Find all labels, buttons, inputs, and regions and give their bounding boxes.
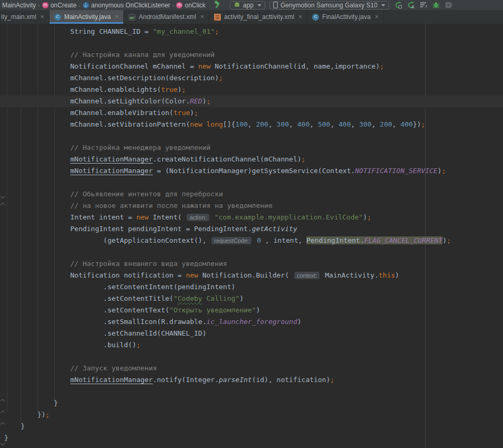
method-icon: m xyxy=(42,2,49,8)
close-icon[interactable]: × xyxy=(200,13,204,21)
tab-activity-main-xml[interactable]: ity_main.xml × xyxy=(0,10,50,24)
tab-label: FinalActtivity.java xyxy=(322,13,371,21)
code-line: }); xyxy=(0,409,503,421)
code-line: .setContentTitle("Codeby Calling") xyxy=(0,293,503,304)
code-token: } xyxy=(21,422,25,430)
code-token: ) xyxy=(178,85,182,93)
phone-icon xyxy=(273,2,278,8)
code-line: } xyxy=(0,432,503,444)
code-token: new xyxy=(136,213,148,221)
code-line: // Настройка внешнего вида уведомления xyxy=(0,258,503,270)
code-token: ) xyxy=(202,97,207,105)
close-icon[interactable]: × xyxy=(115,13,119,21)
code-token: NotificationChannel mChannel = xyxy=(70,62,198,70)
code-token: ) xyxy=(256,306,260,314)
breadcrumb-class[interactable]: MainActivity xyxy=(2,2,36,9)
code-token: ic_launcher_foreground xyxy=(207,318,297,326)
code-token: true xyxy=(173,109,190,117)
code-token: .build() xyxy=(103,341,137,349)
code-token: (id), notification) xyxy=(252,376,331,384)
apply-code-changes-icon[interactable]: A xyxy=(407,1,415,9)
breadcrumb-anonymous-class[interactable]: ⚓ anonymous OnClickListener xyxy=(83,2,170,9)
build-hammer-icon[interactable] xyxy=(213,1,221,10)
code-token: ) xyxy=(438,167,442,175)
indent xyxy=(4,283,103,291)
code-token: Intent( xyxy=(149,213,186,221)
parameter-hint: action: xyxy=(187,214,209,221)
close-icon[interactable]: × xyxy=(298,13,302,21)
code-token: }) xyxy=(413,120,421,128)
code-token: .notify(Integer. xyxy=(153,376,219,384)
code-token: // Обьявление интентов для переброски xyxy=(70,190,223,198)
code-token: ; xyxy=(421,120,425,128)
code-line: .setChannelId(CHANNEL_ID) xyxy=(0,328,503,339)
toolbar-actions: A xyxy=(394,1,452,9)
code-token: , xyxy=(392,120,401,128)
code-token: mNotificationManager xyxy=(70,376,153,384)
code-token: MainActivity. xyxy=(321,271,379,279)
code-line: Intent intent = new Intent( action: "com… xyxy=(0,212,503,223)
code-line: (getApplicationContext(), requestCode: 0… xyxy=(0,235,503,246)
code-token: // на новое активити после нажатия на ув… xyxy=(70,202,273,209)
code-token: []{ xyxy=(223,120,235,128)
indent xyxy=(4,329,103,337)
code-line: .setContentText("Открыть уведомление") xyxy=(0,304,503,316)
code-line: String CHANNEL_ID = "my_channel_01"; xyxy=(0,26,503,37)
tab-androidmanifest-xml[interactable]: MF AndroidManifest.xml × xyxy=(124,10,209,24)
tab-finalacttivity-java[interactable]: C FinalActtivity.java × xyxy=(307,10,384,24)
code-token: " xyxy=(173,294,178,302)
code-line: mChannel.setDescription(description); xyxy=(0,72,503,84)
editor-tabbar: ity_main.xml × C MainActivity.java × MF … xyxy=(0,10,503,24)
code-token: .setContentText( xyxy=(103,306,169,314)
indent xyxy=(4,97,70,105)
code-token: ) xyxy=(395,271,399,279)
close-icon[interactable]: × xyxy=(41,13,44,21)
breadcrumb-oncreate[interactable]: m onCreate xyxy=(42,2,76,9)
code-token: 400 xyxy=(400,120,412,128)
profiler-icon[interactable] xyxy=(444,1,452,9)
indent xyxy=(4,341,103,349)
code-token: Notification notification = xyxy=(70,271,186,279)
code-line: mNotificationManager.notify(Integer.pars… xyxy=(0,374,503,386)
code-token: ) xyxy=(297,318,302,326)
code-token: ; xyxy=(442,167,446,175)
indent xyxy=(4,399,54,407)
code-token: .setChannelId(CHANNEL_ID) xyxy=(103,329,207,337)
tab-activity-final-acttivity-xml[interactable]: activity_final_acttivity.xml × xyxy=(209,10,307,24)
code-token: mChannel.setVibrationPattern( xyxy=(70,120,190,128)
code-token: ; xyxy=(182,85,186,93)
code-token: ; xyxy=(207,97,211,105)
code-editor[interactable]: String CHANNEL_ID = "my_channel_01"; // … xyxy=(0,24,503,448)
rerun-activity-icon[interactable] xyxy=(394,1,402,9)
code-line: Notification notification = new Notifica… xyxy=(0,270,503,281)
tab-mainactivity-java[interactable]: C MainActivity.java × xyxy=(50,10,124,24)
code-token: 300 xyxy=(359,120,371,128)
build-variants-icon[interactable] xyxy=(420,2,428,8)
debug-icon[interactable] xyxy=(432,1,440,9)
code-token: mChannel.enableVibration( xyxy=(70,109,173,117)
indent xyxy=(4,190,70,198)
code-line: // Обьявление интентов для переброски xyxy=(0,188,503,200)
code-token: 500 xyxy=(318,120,330,128)
code-token: getActivity xyxy=(252,225,297,233)
code-token: ; xyxy=(45,411,50,418)
code-token: true xyxy=(161,85,177,93)
parameter-hint: requestCode: xyxy=(211,237,252,244)
breadcrumb-separator-icon: › xyxy=(38,2,40,8)
run-configuration-select[interactable]: app xyxy=(230,1,265,9)
code-token: ; xyxy=(302,155,306,163)
indent xyxy=(4,294,103,302)
code-token: ; xyxy=(380,62,384,70)
indent xyxy=(4,260,70,268)
code-token: new xyxy=(186,271,198,279)
code-line: PendingIntent pendingIntent = PendingInt… xyxy=(0,223,503,235)
anonymous-class-icon: ⚓ xyxy=(83,2,89,8)
device-selector[interactable]: Genymotion Samsung Galaxy S10 xyxy=(269,1,389,9)
code-token: "com.example.myapplication.EvilCode" xyxy=(215,213,363,221)
indent xyxy=(4,236,103,244)
close-icon[interactable]: × xyxy=(375,13,379,21)
breadcrumb-onclick[interactable]: m onClick xyxy=(176,2,205,9)
indent xyxy=(4,318,103,326)
code-token: RED xyxy=(190,97,202,105)
layout-xml-file-icon xyxy=(214,14,221,21)
